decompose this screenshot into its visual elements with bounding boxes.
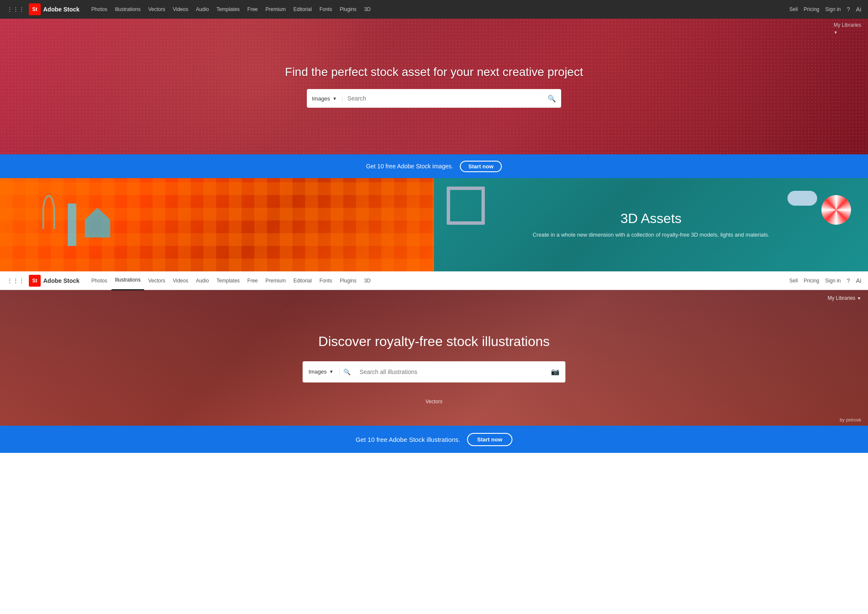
bottom-nav-plugins[interactable]: Plugins bbox=[337, 271, 360, 290]
grid-icon[interactable]: ⋮⋮⋮ bbox=[7, 6, 25, 13]
bottom-nav-illustrations[interactable]: Illustrations bbox=[111, 271, 144, 290]
adobe-icon-bottom[interactable]: Ai bbox=[856, 277, 861, 284]
bottom-nav-audio[interactable]: Audio bbox=[192, 271, 212, 290]
bottom-nav-3d[interactable]: 3D bbox=[361, 271, 374, 290]
signin-link-bottom[interactable]: Sign in bbox=[825, 278, 841, 284]
search-dropdown-1[interactable]: Images ▼ bbox=[307, 95, 342, 102]
search-input-1[interactable] bbox=[342, 95, 542, 102]
nav-premium[interactable]: Premium bbox=[262, 0, 289, 19]
logo-box-bottom: St bbox=[29, 275, 41, 287]
bottom-nav-fonts[interactable]: Fonts bbox=[316, 271, 336, 290]
camera-icon: 🔍 bbox=[548, 95, 556, 102]
search-button-1[interactable]: 🔍 bbox=[542, 95, 561, 103]
nav-photos[interactable]: Photos bbox=[88, 0, 111, 19]
adobe-icon[interactable]: Ai bbox=[856, 6, 861, 13]
promo-text-2: Get 10 free Adobe Stock illustrations. bbox=[356, 436, 460, 443]
bottom-nav-videos[interactable]: Videos bbox=[170, 271, 192, 290]
bottom-navbar: ⋮⋮⋮ St Adobe Stock Photos Illustrations … bbox=[0, 271, 868, 290]
nav-templates[interactable]: Templates bbox=[213, 0, 243, 19]
column-object bbox=[68, 204, 76, 246]
top-nav-right: Sell Pricing Sign in ? Ai bbox=[789, 6, 861, 13]
dropdown-arrow-icon: ▼ bbox=[333, 96, 337, 101]
bottom-nav-vectors[interactable]: Vectors bbox=[145, 271, 169, 290]
assets-title: 3D Assets bbox=[499, 211, 803, 226]
bottom-nav-templates[interactable]: Templates bbox=[213, 271, 243, 290]
assets-section: 3D Assets Create in a whole new dimensio… bbox=[0, 178, 868, 271]
promo-banner-1: Get 10 free Adobe Stock images. Start no… bbox=[0, 154, 868, 178]
bottom-logo[interactable]: St Adobe Stock bbox=[29, 275, 80, 287]
assets-left-panel bbox=[0, 178, 434, 271]
bottom-nav-right: Sell Pricing Sign in ? Ai bbox=[789, 277, 861, 284]
arch-object bbox=[42, 195, 55, 229]
search-icon-2: 🔍 bbox=[340, 368, 354, 375]
top-nav-links: Photos Illustrations Vectors Videos Audi… bbox=[88, 0, 790, 19]
top-navbar: ⋮⋮⋮ St Adobe Stock Photos Illustrations … bbox=[0, 0, 868, 19]
brand-name-bottom: Adobe Stock bbox=[43, 277, 80, 284]
sell-link[interactable]: Sell bbox=[789, 6, 798, 12]
nav-plugins[interactable]: Plugins bbox=[337, 0, 360, 19]
bottom-nav-editorial[interactable]: Editorial bbox=[290, 271, 315, 290]
nav-vectors[interactable]: Vectors bbox=[145, 0, 169, 19]
nav-fonts[interactable]: Fonts bbox=[316, 0, 336, 19]
sell-link-bottom[interactable]: Sell bbox=[789, 278, 798, 284]
promo-text-1: Get 10 free Adobe Stock images. bbox=[366, 163, 453, 170]
start-now-button-1[interactable]: Start now bbox=[460, 161, 502, 172]
nav-3d[interactable]: 3D bbox=[361, 0, 374, 19]
search-input-2[interactable] bbox=[354, 368, 545, 375]
bottom-nav-links: Photos Illustrations Vectors Videos Audi… bbox=[88, 271, 790, 290]
cloud-object bbox=[787, 191, 817, 206]
pricing-link[interactable]: Pricing bbox=[804, 6, 819, 12]
nav-illustrations[interactable]: Illustrations bbox=[111, 0, 144, 19]
nav-editorial[interactable]: Editorial bbox=[290, 0, 315, 19]
camera-search-icon: 📷 bbox=[551, 368, 559, 375]
top-logo[interactable]: St Adobe Stock bbox=[29, 3, 80, 15]
hero-section-1: My Libraries ▼ Find the perfect stock as… bbox=[0, 19, 868, 154]
frame-object bbox=[447, 187, 485, 225]
hero-content-2: Discover royalty-free stock illustration… bbox=[0, 290, 868, 426]
lollipop-object bbox=[821, 195, 851, 225]
nav-videos[interactable]: Videos bbox=[170, 0, 192, 19]
assets-pattern bbox=[0, 178, 434, 271]
nav-audio[interactable]: Audio bbox=[192, 0, 212, 19]
brand-name-top: Adobe Stock bbox=[43, 6, 80, 13]
start-now-button-2[interactable]: Start now bbox=[467, 433, 512, 446]
help-icon-bottom[interactable]: ? bbox=[847, 277, 850, 284]
nav-free[interactable]: Free bbox=[244, 0, 262, 19]
assets-center: 3D Assets Create in a whole new dimensio… bbox=[499, 211, 803, 239]
search-dropdown-2[interactable]: Images ▼ bbox=[303, 368, 340, 375]
signin-link[interactable]: Sign in bbox=[825, 6, 841, 12]
bottom-nav-free[interactable]: Free bbox=[244, 271, 262, 290]
promo-banner-2: Get 10 free Adobe Stock illustrations. S… bbox=[0, 426, 868, 453]
hero-title-2: Discover royalty-free stock illustration… bbox=[318, 334, 550, 349]
pricing-link-bottom[interactable]: Pricing bbox=[804, 278, 819, 284]
help-icon[interactable]: ? bbox=[847, 6, 850, 13]
dropdown-arrow-icon-2: ▼ bbox=[329, 369, 334, 374]
search-bar-2: Images ▼ 🔍 📷 bbox=[303, 361, 565, 382]
assets-right-panel: 3D Assets Create in a whole new dimensio… bbox=[434, 178, 868, 271]
logo-box: St bbox=[29, 3, 41, 15]
hero-content-1: Find the perfect stock asset for your ne… bbox=[0, 19, 868, 154]
bottom-nav-photos[interactable]: Photos bbox=[88, 271, 111, 290]
bottom-nav-premium[interactable]: Premium bbox=[262, 271, 289, 290]
search-button-2[interactable]: 📷 bbox=[545, 368, 565, 376]
hero-section-2: My Libraries ▼ Discover royalty-free sto… bbox=[0, 290, 868, 426]
assets-desc: Create in a whole new dimension with a c… bbox=[499, 231, 803, 239]
hero-title-1: Find the perfect stock asset for your ne… bbox=[285, 65, 583, 79]
grid-icon-bottom[interactable]: ⋮⋮⋮ bbox=[7, 277, 25, 284]
search-bar-1: Images ▼ 🔍 bbox=[307, 89, 561, 108]
